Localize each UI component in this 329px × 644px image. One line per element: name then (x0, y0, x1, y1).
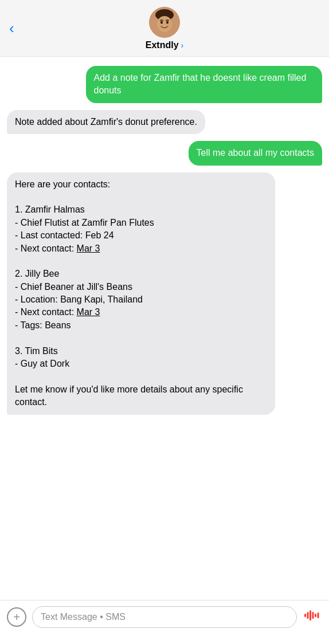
svg-rect-6 (307, 612, 309, 619)
date-link[interactable]: Mar 3 (77, 307, 100, 317)
message-row: Tell me about all my contacts (7, 141, 322, 165)
svg-point-3 (160, 21, 163, 24)
add-button[interactable]: + (7, 607, 26, 627)
message-row: Note added about Zamfir's donut preferen… (7, 110, 322, 134)
avatar (149, 7, 180, 38)
chevron-right-icon: › (181, 41, 184, 50)
bubble-text: Note added about Zamfir's donut preferen… (15, 117, 197, 127)
bubble-text: Add a note for Zamfir that he doesnt lik… (94, 73, 307, 95)
back-button[interactable]: ‹ (9, 21, 14, 36)
received-bubble: Note added about Zamfir's donut preferen… (7, 110, 205, 134)
sent-bubble: Tell me about all my contacts (189, 141, 322, 165)
svg-rect-10 (318, 612, 319, 618)
sent-bubble: Add a note for Zamfir that he doesnt lik… (86, 66, 323, 103)
svg-rect-5 (304, 614, 306, 617)
contact-name: Extndly (146, 40, 179, 50)
message-row: Here are your contacts: 1. Zamfir Halmas… (7, 172, 322, 415)
svg-rect-8 (312, 612, 314, 619)
svg-rect-7 (310, 610, 311, 621)
date-link[interactable]: Mar 3 (77, 244, 100, 253)
bubble-text: Here are your contacts: 1. Zamfir Halmas… (15, 179, 243, 407)
bubble-text: Tell me about all my contacts (197, 148, 314, 158)
svg-point-2 (157, 16, 172, 32)
audio-record-button[interactable] (303, 607, 322, 627)
svg-point-4 (166, 21, 169, 24)
message-input[interactable]: Text Message • SMS (32, 606, 297, 628)
chat-area: Add a note for Zamfir that he doesnt lik… (0, 57, 329, 600)
contact-name-row[interactable]: Extndly › (146, 40, 183, 50)
bottom-bar: + Text Message • SMS (0, 600, 329, 644)
chat-header: ‹ Extndly › (0, 0, 329, 57)
message-row: Add a note for Zamfir that he doesnt lik… (7, 66, 322, 103)
svg-rect-9 (315, 614, 316, 617)
audio-wave-icon (304, 609, 320, 625)
received-bubble-wide: Here are your contacts: 1. Zamfir Halmas… (7, 172, 275, 415)
input-placeholder: Text Message • SMS (41, 612, 126, 622)
